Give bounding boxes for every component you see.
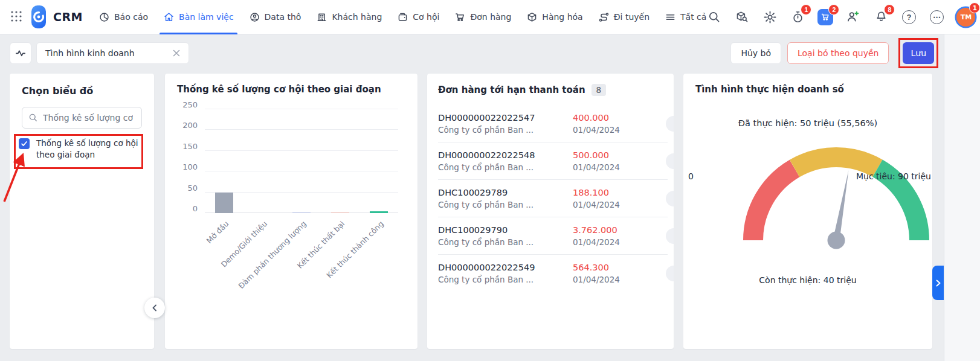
expand-sidebar-button[interactable] [932,266,944,300]
nav-item-khach-hang[interactable]: Khách hàng [316,0,382,34]
cancel-button[interactable]: Hủy bỏ [730,42,781,64]
gauge-needle [833,170,849,241]
pulse-icon[interactable] [10,42,31,64]
gauge-segment-1 [753,168,795,240]
dashboard-toolbar: Tình hình kinh doanh Hủy bỏ Loại bỏ theo… [10,38,980,68]
x-axis-label: Mở đầu [205,219,231,245]
order-code: DHC100029789 [438,188,668,197]
order-amount: 400.000 [573,113,620,123]
chart-option-item[interactable]: Thống kê số lượng cơ hội theo giai đoạn [19,138,147,161]
home-icon [163,11,175,23]
order-code: DH000000022022549 [438,263,668,272]
user-plus-icon[interactable] [845,9,861,25]
crm-logo-icon[interactable] [31,5,46,28]
order-code: DH000000022022548 [438,150,668,160]
gauge-svg [743,147,929,255]
order-date: 01/04/2024 [573,237,620,247]
gauge-title: Tình hình thực hiện doanh số [695,84,932,95]
timer-icon[interactable]: 1 [790,9,805,25]
nav-item-bao-cao[interactable]: Báo cáo [98,0,148,34]
order-amount: 564.300 [573,263,620,272]
order-row[interactable]: DHC100029789 Công ty cổ phần Ban ... 188… [438,180,668,217]
main-menu: Báo cáo Bàn làm việc Data thô Khách hàng… [98,0,706,34]
order-row[interactable]: DHC100029790 Công ty cổ phần Ban ... 3.7… [438,217,668,255]
dashboard-name-value: Tình hình kinh doanh [45,48,135,58]
building-icon [316,11,327,23]
nav-item-co-hoi[interactable]: Cơ hội [397,0,439,34]
pie-chart-icon [98,11,110,23]
order-amount: 3.762.000 [573,225,620,235]
save-button[interactable]: Lưu [903,42,934,64]
order-row[interactable]: DH000000022022548 Công ty cổ phần Ban ..… [438,142,668,180]
gridline [205,109,398,109]
order-code: DHC100029790 [438,225,668,235]
chart-picker-title: Chọn biểu đồ [22,85,154,97]
orders-count-badge: 8 [592,84,607,96]
user-circle-icon [249,11,260,23]
search-icon [28,113,38,123]
question-icon[interactable]: ? [901,9,917,25]
order-date: 01/04/2024 [573,200,620,209]
toolbar-buttons: Hủy bỏ Loại bỏ theo quyền Lưu [730,38,938,68]
chevron-left-icon [151,304,158,311]
remove-by-permission-button[interactable]: Loại bỏ theo quyền [787,42,889,64]
nav-actions: 1 2 8 ? ⋯ TM 1 [706,8,975,27]
dashboard-name-input[interactable]: Tình hình kinh doanh [36,42,189,64]
nav-item-di-tuyen[interactable]: Đi tuyến [598,0,650,34]
bell-icon[interactable]: 8 [873,9,889,25]
app-title: CRM [53,10,83,24]
orders-panel: Đơn hàng tới hạn thanh toán 8 DH00000002… [427,74,674,349]
order-row[interactable]: DH000000022022549 Công ty cổ phần Ban ..… [438,255,668,292]
annotation-save-highlight: Lưu [898,38,938,68]
order-company: Công ty cổ phần Ban ... [438,125,668,135]
nav-item-don-hang[interactable]: Đơn hàng [454,0,511,34]
order-code: DH000000022022547 [438,113,668,123]
gauge-chart [743,147,929,255]
nav-item-tat-ca[interactable]: Tất cả [665,0,706,34]
order-company: Công ty cổ phần Ban ... [438,162,668,172]
bar-5[interactable] [370,211,388,213]
bar-1[interactable] [215,193,233,213]
checkbox-checked-icon[interactable] [19,138,30,149]
collapse-panel-button[interactable] [144,298,165,318]
chevron-right-icon [935,280,941,287]
nav-item-data-tho[interactable]: Data thô [249,0,301,34]
chart-search-value: Thống kê số lượng cơ [43,113,133,123]
nav-item-ban-lam-viec[interactable]: Bàn làm việc [163,0,234,34]
gauge-panel: Tình hình thực hiện doanh số Đã thực hiệ… [683,74,932,349]
bar-4[interactable] [331,212,349,214]
route-icon [598,11,610,23]
order-company: Công ty cổ phần Ban ... [438,275,668,284]
wallet-icon [397,11,408,23]
bell-badge: 8 [884,4,895,15]
timer-badge: 1 [801,4,811,15]
order-amount: 188.100 [573,188,620,197]
nav-item-hang-hoa[interactable]: Hàng hóa [526,0,582,34]
gauge-remaining-label: Còn thực hiện: 40 triệu [683,275,932,285]
avatar-badge: 1 [969,2,980,13]
gauge-subtitle: Đã thực hiện: 50 triệu (55,56%) [683,118,932,128]
package-icon [526,11,538,23]
cart-tile-icon[interactable]: 2 [817,9,833,25]
gauge-min-label: 0 [688,171,694,181]
app-grid-icon[interactable] [10,9,23,25]
order-date: 01/04/2024 [573,125,620,135]
chart-option-label: Thống kê số lượng cơ hội theo giai đoạn [36,138,147,161]
orders-header: Đơn hàng tới hạn thanh toán 8 [438,84,674,96]
box-search-icon[interactable] [734,9,750,25]
chart-search-input[interactable]: Thống kê số lượng cơ [22,107,142,129]
orders-list: DH000000022022547 Công ty cổ phần Ban ..… [438,105,668,292]
clear-name-icon[interactable] [170,47,182,59]
gauge-target-label: Mục tiêu: 90 triệu [856,171,931,181]
bar-chart-panel: Thống kê số lượng cơ hội theo giai đoạn … [165,74,417,349]
gear-icon[interactable] [762,9,778,25]
orders-title: Đơn hàng tới hạn thanh toán [438,85,585,95]
bar-3[interactable] [292,212,311,214]
y-axis-tick: 100 [182,162,198,171]
order-amount: 500.000 [573,150,620,160]
order-row[interactable]: DH000000022022547 Công ty cổ phần Ban ..… [438,105,668,142]
search-icon[interactable] [706,9,722,25]
avatar[interactable]: TM 1 [956,8,975,27]
cart-icon [454,11,466,23]
ellipsis-icon[interactable]: ⋯ [929,9,944,25]
